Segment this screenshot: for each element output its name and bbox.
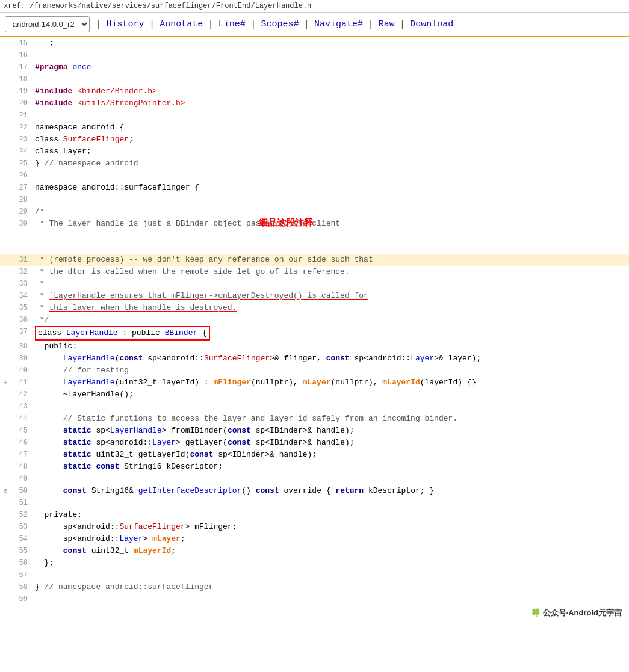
line-num[interactable]: 44 [11, 413, 33, 425]
line-num[interactable]: 53 [11, 521, 33, 533]
table-row: 16 [0, 49, 629, 61]
line-content: static const String16 kDescriptor; [33, 461, 629, 473]
table-row: 26 [0, 170, 629, 182]
line-num[interactable]: 36 [11, 314, 33, 326]
table-row: 39 LayerHandle(const sp<android::Surface… [0, 353, 629, 365]
line-num[interactable]: 47 [11, 449, 33, 461]
line-num[interactable]: 16 [11, 49, 33, 61]
line-content: class Layer; [33, 146, 629, 158]
table-row: 25 } // namespace android [0, 158, 629, 170]
table-row: 56 }; [0, 557, 629, 569]
line-num[interactable]: 28 [11, 194, 33, 206]
nav-link-raw[interactable]: Raw [375, 19, 398, 29]
line-num[interactable]: 18 [11, 73, 33, 85]
line-num[interactable]: 48 [11, 461, 33, 473]
version-select[interactable]: android-14.0.0_r2 [5, 16, 90, 32]
fold-btn[interactable]: ⊞ [0, 377, 11, 389]
fold-icon [0, 545, 11, 557]
table-row: 40 // for testing [0, 365, 629, 377]
line-content: static sp<android::Layer> getLayer(const… [33, 437, 629, 449]
line-num[interactable]: 56 [11, 557, 33, 569]
line-content: const String16& getInterfaceDescriptor()… [33, 485, 629, 497]
nav-link-line[interactable]: Line# [215, 19, 249, 29]
line-num[interactable]: 45 [11, 425, 33, 437]
line-num[interactable]: 25 [11, 158, 33, 170]
fold-icon [0, 401, 11, 413]
wechat-icon: 🍀 [531, 608, 543, 617]
line-num[interactable]: 29 [11, 206, 33, 218]
line-content: namespace android { [33, 122, 629, 134]
line-num[interactable]: 49 [11, 473, 33, 485]
line-num[interactable]: 35 [11, 302, 33, 314]
nav-link-download[interactable]: Download [406, 19, 457, 29]
line-num[interactable]: 41 [11, 377, 33, 389]
line-content: ~LayerHandle(); [33, 389, 629, 401]
line-num[interactable]: 54 [11, 533, 33, 545]
nav-link-navigate[interactable]: Navigate# [311, 19, 367, 29]
nav-link-annotate[interactable]: Annotate [156, 19, 206, 29]
fold-icon [0, 49, 11, 61]
line-num[interactable]: 38 [11, 341, 33, 353]
code-area: 15 ; 16 17 #pragma once 18 19 #include <… [0, 37, 629, 605]
nav-link-scopes[interactable]: Scopes# [257, 19, 302, 29]
line-num[interactable]: 33 [11, 278, 33, 290]
line-content: namespace android::surfaceflinger { [33, 182, 629, 194]
line-num[interactable]: 31 [11, 254, 33, 266]
fold-icon [0, 122, 11, 134]
line-num[interactable]: 27 [11, 182, 33, 194]
fold-icon [0, 254, 11, 266]
line-num[interactable]: 50 [11, 485, 33, 497]
line-num[interactable]: 43 [11, 401, 33, 413]
fold-icon [0, 326, 11, 338]
line-num[interactable]: 23 [11, 134, 33, 146]
line-num[interactable]: 40 [11, 365, 33, 377]
fold-icon [0, 146, 11, 158]
table-row: 19 #include <binder/Binder.h> [0, 85, 629, 97]
line-num[interactable]: 51 [11, 497, 33, 509]
line-num[interactable]: 34 [11, 290, 33, 302]
line-num[interactable]: 30 [11, 218, 33, 230]
line-num[interactable]: 52 [11, 509, 33, 521]
line-num[interactable]: 19 [11, 85, 33, 97]
line-content [33, 569, 629, 581]
fold-icon [0, 182, 11, 194]
line-num[interactable]: 59 [11, 593, 33, 605]
table-row: 34 * `LayerHandle ensures that mFlinger-… [0, 290, 629, 302]
line-num[interactable]: 32 [11, 266, 33, 278]
table-row: 30 * The layer handle is just a BBinder … [0, 218, 629, 254]
fold-icon [0, 290, 11, 302]
table-row: 17 #pragma once [0, 61, 629, 73]
line-num[interactable]: 57 [11, 569, 33, 581]
line-content: ; [33, 37, 629, 49]
table-row: 29 /* [0, 206, 629, 218]
line-num[interactable]: 21 [11, 109, 33, 122]
line-num[interactable]: 39 [11, 353, 33, 365]
fold-icon [0, 353, 11, 365]
line-num[interactable]: 58 [11, 581, 33, 593]
line-num[interactable]: 42 [11, 389, 33, 401]
fold-icon [0, 97, 11, 109]
line-num[interactable]: 24 [11, 146, 33, 158]
fold-icon [0, 557, 11, 569]
table-row: 18 [0, 73, 629, 85]
line-num[interactable]: 26 [11, 170, 33, 182]
line-content [33, 194, 629, 206]
line-num[interactable]: 15 [11, 37, 33, 49]
line-num[interactable]: 55 [11, 545, 33, 557]
line-num[interactable]: 46 [11, 437, 33, 449]
table-row: 53 sp<android::SurfaceFlinger> mFlinger; [0, 521, 629, 533]
line-num[interactable]: 37 [11, 326, 33, 338]
line-num[interactable]: 17 [11, 61, 33, 73]
table-row: 22 namespace android { [0, 122, 629, 134]
line-content [33, 109, 629, 122]
fold-icon [0, 37, 11, 49]
nav-link-history[interactable]: History [103, 19, 148, 29]
line-num[interactable]: 22 [11, 122, 33, 134]
table-row: 23 class SurfaceFlinger; [0, 134, 629, 146]
fold-btn[interactable]: ⊞ [0, 485, 11, 497]
table-row: 51 [0, 497, 629, 509]
line-content: */ [33, 314, 629, 326]
line-num[interactable]: 20 [11, 97, 33, 109]
table-row: 44 // Static functions to access the lay… [0, 413, 629, 425]
nav-sep4: | [250, 19, 256, 30]
